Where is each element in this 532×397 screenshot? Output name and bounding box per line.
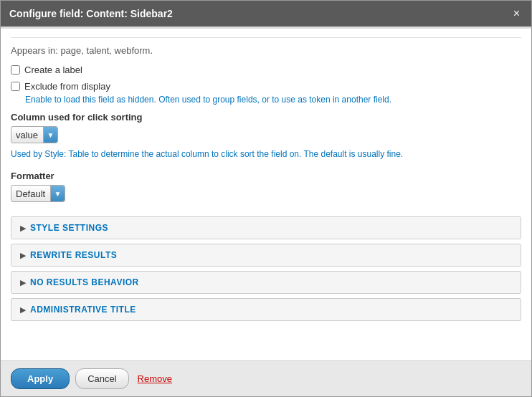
exclude-display-text[interactable]: Exclude from display	[24, 81, 110, 92]
dialog-header: Configure field: Content: Sidebar2 ×	[1, 1, 531, 27]
configure-field-dialog: Configure field: Content: Sidebar2 × App…	[0, 0, 532, 397]
dialog-footer: Apply Cancel Remove	[1, 360, 531, 396]
section-administrative-title: ▶ADMINISTRATIVE TITLE	[11, 298, 521, 321]
exclude-display-checkbox[interactable]	[11, 82, 20, 91]
create-label-text[interactable]: Create a label	[24, 64, 82, 75]
section-title-rewrite-results: REWRITE RESULTS	[30, 250, 117, 260]
collapsible-sections: ▶STYLE SETTINGS▶REWRITE RESULTS▶NO RESUL…	[11, 216, 521, 321]
column-sort-description: Used by Style: Table to determine the ac…	[11, 148, 521, 161]
remove-button[interactable]: Remove	[135, 369, 175, 388]
cancel-button[interactable]: Cancel	[75, 368, 128, 389]
divider	[11, 37, 521, 38]
section-rewrite-results: ▶REWRITE RESULTS	[11, 244, 521, 267]
section-title-administrative-title: ADMINISTRATIVE TITLE	[30, 305, 136, 315]
column-sort-select-wrapper: value ▼	[11, 126, 58, 143]
appears-in-values: page, talent, webform.	[60, 45, 153, 56]
section-title-style-settings: STYLE SETTINGS	[30, 223, 108, 233]
section-style-settings: ▶STYLE SETTINGS	[11, 216, 521, 239]
toggle-icon-rewrite-results: ▶	[20, 251, 26, 260]
section-header-rewrite-results[interactable]: ▶REWRITE RESULTS	[11, 244, 521, 266]
section-header-administrative-title[interactable]: ▶ADMINISTRATIVE TITLE	[11, 299, 521, 320]
appears-in-label: Appears in:	[11, 45, 58, 56]
column-sort-arrow-icon: ▼	[43, 127, 57, 143]
formatter-select[interactable]: Default	[11, 186, 50, 201]
dialog-body: Appears in: page, talent, webform. Creat…	[1, 27, 531, 360]
column-sort-select[interactable]: value	[11, 128, 43, 143]
toggle-icon-style-settings: ▶	[20, 224, 26, 233]
exclude-display-row: Exclude from display	[11, 81, 521, 92]
toggle-icon-administrative-title: ▶	[20, 305, 26, 315]
exclude-display-hint: Enable to load this field as hidden. Oft…	[25, 95, 521, 105]
formatter-select-wrapper: Default ▼	[11, 185, 65, 202]
formatter-arrow-icon: ▼	[50, 186, 65, 201]
formatter-section: Formatter Default ▼	[11, 171, 521, 206]
toggle-icon-no-results-behavior: ▶	[20, 278, 26, 287]
create-label-checkbox[interactable]	[11, 65, 20, 75]
section-no-results-behavior: ▶NO RESULTS BEHAVIOR	[11, 271, 521, 294]
column-sort-label: Column used for click sorting	[11, 112, 521, 123]
section-header-no-results-behavior[interactable]: ▶NO RESULTS BEHAVIOR	[11, 272, 521, 293]
close-button[interactable]: ×	[510, 6, 523, 21]
appears-in-section: Appears in: page, talent, webform.	[11, 45, 521, 56]
formatter-label: Formatter	[11, 171, 521, 181]
dialog-title: Configure field: Content: Sidebar2	[9, 8, 173, 19]
apply-button[interactable]: Apply	[11, 368, 70, 389]
create-label-row: Create a label	[11, 64, 521, 75]
section-title-no-results-behavior: NO RESULTS BEHAVIOR	[30, 277, 139, 287]
section-header-style-settings[interactable]: ▶STYLE SETTINGS	[11, 217, 521, 239]
